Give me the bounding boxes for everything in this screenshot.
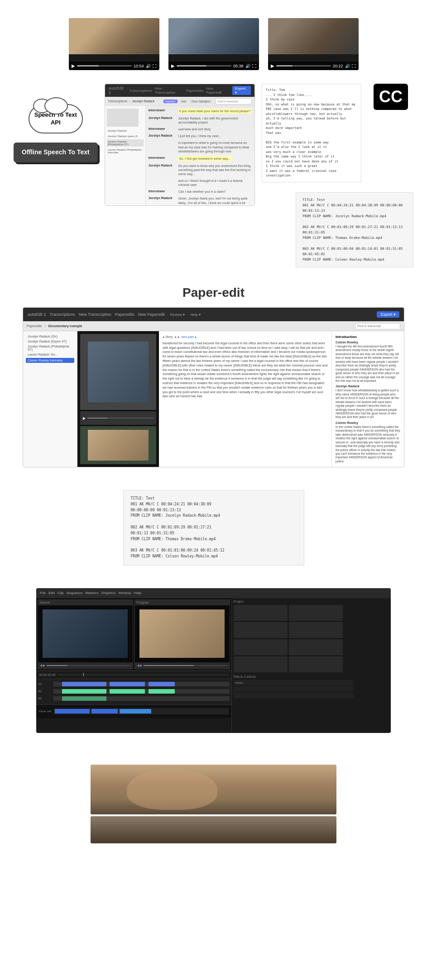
play-icon-2[interactable]: ▶ bbox=[171, 63, 175, 68]
play-icon-1[interactable]: ▶ bbox=[72, 63, 75, 68]
cc-icon: CC bbox=[374, 84, 408, 110]
pe-review[interactable]: Review ▾ bbox=[170, 313, 185, 317]
premiere-play-icon-2[interactable]: ◀ ▶ bbox=[137, 664, 142, 667]
right-text-block: Title: Tom ... I think tom like.... I th… bbox=[262, 84, 361, 182]
time-label-2: 05:38 bbox=[233, 64, 244, 68]
sidebar-item-4[interactable]: Lauren Radack Philadelphia Interview bbox=[107, 147, 144, 155]
pe-intro-text-1: I thought the 4th first amendment fourth… bbox=[336, 345, 400, 383]
pe-left-panel: Jocelyn Radack (2hr) Jocelyn Radack (Esp… bbox=[23, 331, 77, 467]
export-btn[interactable]: Export ▾ bbox=[232, 86, 251, 95]
time-label-1: 10:54 bbox=[134, 64, 144, 68]
premiere-timeline: 00:00:00:00 V1 bbox=[36, 671, 231, 716]
left-feature-panel: Speech To Text API Offline Speech To Tex… bbox=[14, 84, 98, 162]
video-thumb-3[interactable]: ▶ 20:22 🔊 ⛶ bbox=[268, 18, 359, 70]
progress-bar-3[interactable] bbox=[276, 65, 331, 67]
app-sidebar: Jocelyn Radack Jocelyn Radack (parts 2) … bbox=[105, 106, 146, 205]
premiere-play-icon[interactable]: ◀ ▶ bbox=[40, 664, 45, 667]
sidebar-item-1[interactable]: Jocelyn Radack bbox=[107, 128, 144, 133]
progress-bar-2[interactable] bbox=[177, 65, 231, 67]
bottom-video-frame-main bbox=[91, 765, 336, 814]
premiere-main: Source ◀ ▶ Program bbox=[36, 598, 391, 733]
app-screenshot: autoEdit 2 Transcriptions New Transcript… bbox=[105, 84, 255, 206]
pe-speaker-jocelyn: Jocelyn Radack bbox=[336, 385, 400, 388]
highlight-tab[interactable]: Highlight bbox=[163, 100, 178, 103]
paper-edit-section: Paper-edit autoEdit 2 Transcriptions New… bbox=[0, 276, 427, 476]
pe-help[interactable]: Help ▾ bbox=[190, 313, 201, 317]
pe-intro-box: Introduction Coleen Rowley I thought the… bbox=[331, 331, 404, 467]
pe-intro-text-3: In the United States there's something c… bbox=[336, 425, 400, 463]
premiere-left: Source ◀ ▶ Program bbox=[36, 598, 231, 733]
cc-icon-container: CC bbox=[368, 84, 413, 110]
right-text-content: Title: Tom ... I think tom like.... I th… bbox=[266, 88, 357, 178]
fullscreen-icon-1[interactable]: ⛶ bbox=[153, 64, 157, 68]
paper-edit-app: autoEdit 2 Transcriptions New Transcript… bbox=[23, 307, 404, 467]
pe-clip-lauren[interactable]: Lauren Radack: No... bbox=[26, 352, 74, 357]
sidebar-item-3[interactable]: Jocelyn Radack (Philadelphia ST) bbox=[107, 139, 144, 147]
bottom-video-frame-secondary bbox=[91, 816, 336, 843]
premiere-topbar: File Edit Clip Sequence Markers Graphics… bbox=[36, 588, 391, 598]
pe-clip-jocelyn3[interactable]: Jocelyn Radack (Philadelphia ST) bbox=[26, 344, 74, 352]
pe-intro-title: Introduction bbox=[336, 335, 400, 339]
pe-clip-jocelyn2[interactable]: Jocelyn Radack (Esprix ST) bbox=[26, 339, 74, 344]
pe-transcript-text: transferred for security I had become th… bbox=[163, 341, 328, 399]
time-label-3: 20:22 bbox=[333, 64, 343, 68]
premiere-section: File Edit Clip Sequence Markers Graphics… bbox=[0, 579, 427, 742]
bottom-video-stack bbox=[91, 765, 336, 843]
pe-search[interactable] bbox=[355, 323, 400, 329]
edl-text-top: TITLE: Test 001 AK MV/C C 00:04:24:21 00… bbox=[302, 197, 407, 262]
app-topbar: autoEdit 2 Transcriptions New Transcript… bbox=[105, 84, 254, 97]
pe-transcript-area: ● Story ● ● intro.part ● transferred for… bbox=[159, 331, 331, 467]
progress-bar-1[interactable] bbox=[77, 65, 132, 67]
pe-export-btn[interactable]: Export ▾ bbox=[377, 311, 399, 318]
edl-block: TITLE: Text 001 AK MV/C C 00:04:24:21 00… bbox=[123, 490, 304, 566]
pe-topbar: autoEdit 2 Transcriptions New Transcript… bbox=[23, 308, 404, 321]
pe-main: ▶ ● Story ● ● intro.part ● transferred f… bbox=[77, 331, 404, 467]
premiere-project-panel: Project Effects Controls Motion bbox=[231, 598, 355, 733]
volume-icon-3[interactable]: 🔊 bbox=[345, 64, 350, 68]
paper-edit-title: Paper-edit bbox=[23, 285, 404, 300]
fullscreen-icon-2[interactable]: ⛶ bbox=[252, 64, 256, 68]
clear-tab[interactable]: Clear highlights bbox=[190, 100, 212, 103]
volume-icon-1[interactable]: 🔊 bbox=[146, 64, 151, 68]
sidebar-item-2[interactable]: Jocelyn Radack (parts 2) bbox=[107, 134, 144, 138]
bottom-video-section bbox=[0, 751, 427, 857]
fullscreen-icon-3[interactable]: ⛶ bbox=[352, 64, 356, 68]
pe-play-icon[interactable]: ▶ bbox=[83, 416, 86, 420]
pe-intro-text-2: I don't know how whistleblowing is gotte… bbox=[336, 389, 400, 419]
pe-clip-coleen[interactable]: Coleen Rowley Interview bbox=[26, 358, 74, 363]
edl-section: TITLE: Text 001 AK MV/C C 00:04:24:21 00… bbox=[0, 481, 427, 575]
edl-content: TITLE: Text 001 AK MV/C C 00:04:24:21 00… bbox=[131, 496, 297, 560]
pe-speaker-coleen-2: Coleen Rowley bbox=[336, 421, 400, 424]
pe-video-area: ▶ bbox=[77, 331, 159, 467]
features-row: Speech To Text API Offline Speech To Tex… bbox=[0, 79, 427, 210]
add-tab[interactable]: Add bbox=[179, 100, 188, 103]
pe-clip-jocelyn[interactable]: Jocelyn Radack (2hr) bbox=[26, 334, 74, 339]
top-video-row: ▶ 10:54 🔊 ⛶ ▶ 05:38 🔊 ⛶ ▶ 20:22 bbox=[0, 0, 427, 79]
edl-block-top: TITLE: Test 001 AK MV/C C 00:04:24:21 00… bbox=[296, 192, 413, 267]
timeline-tracks: V1 A1 bbox=[36, 679, 231, 704]
volume-icon-2[interactable]: 🔊 bbox=[245, 64, 250, 68]
offline-label: Offline Speech To Text bbox=[22, 148, 90, 156]
video-thumb-2[interactable]: ▶ 05:38 🔊 ⛶ bbox=[168, 18, 259, 70]
transcript-area: Interviewer If you could state your name… bbox=[146, 106, 254, 205]
premiere-app: File Edit Clip Sequence Markers Graphics… bbox=[36, 588, 391, 733]
video-thumb-1[interactable]: ▶ 10:54 🔊 ⛶ bbox=[69, 18, 159, 70]
play-icon-3[interactable]: ▶ bbox=[271, 63, 274, 68]
offline-box: Offline Speech To Text bbox=[14, 143, 98, 162]
pe-speaker-coleen-1: Coleen Rowley bbox=[336, 341, 400, 344]
search-input[interactable] bbox=[216, 98, 252, 105]
